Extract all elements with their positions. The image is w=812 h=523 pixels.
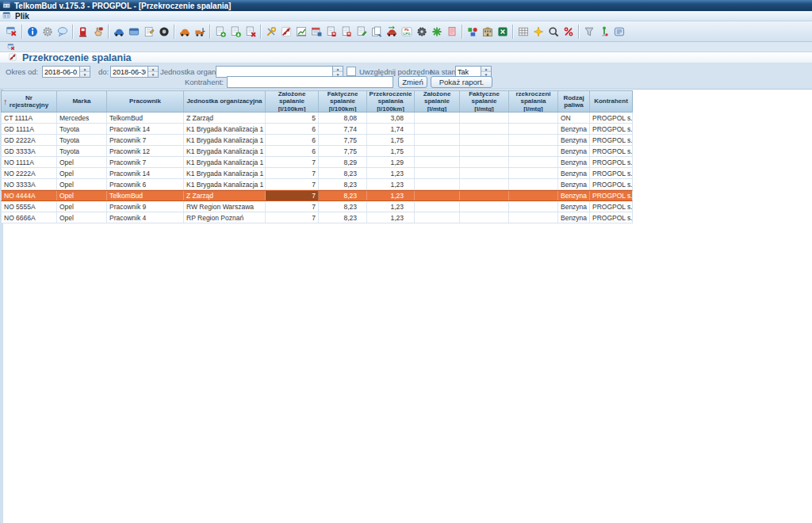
table-cell[interactable]: 1,75 [367,135,415,145]
column-header-7[interactable]: Przekroczenie spalania [l/100km] [367,91,415,112]
table-cell[interactable]: Benzyna [558,201,590,212]
blocks-icon[interactable] [465,23,480,40]
panel-icon[interactable] [126,23,141,40]
table-cell[interactable] [509,168,558,178]
table-cell[interactable]: Benzyna [558,124,590,134]
table-cell[interactable] [460,179,509,189]
table-cell[interactable]: Pracownik 14 [107,168,184,178]
table-cell[interactable] [415,212,460,223]
table-cell[interactable]: 8,23 [319,179,367,189]
table-cell[interactable]: RW Region Warszawa [184,201,266,212]
spinner-down-icon[interactable]: ▼ [148,72,158,77]
table-cell[interactable]: 3,08 [367,113,415,123]
table-cell[interactable]: Opel [57,157,107,167]
table-cell[interactable]: TelkomBud [107,113,184,123]
menu-item-plik[interactable]: Plik [15,12,29,21]
table-cell[interactable]: NO 1111A [2,157,57,167]
table-cell[interactable]: 1,23 [367,168,415,178]
grid-table-icon[interactable] [515,23,530,40]
chart-line-icon[interactable] [293,23,308,40]
gear-dark-icon[interactable] [414,23,429,40]
column-header-9[interactable]: Faktyczne spalanie [l/mtg] [460,91,509,112]
table-cell[interactable]: K1 Brygada Kanalizacja 1 [184,179,266,189]
percent-icon[interactable] [561,23,576,40]
table-cell[interactable]: 7,74 [319,124,367,134]
table-cell[interactable]: 1,23 [367,201,415,212]
info-icon[interactable] [25,23,40,40]
fuel-ban-icon[interactable] [278,23,293,40]
table-cell[interactable]: 1,74 [367,124,415,134]
table-cell[interactable]: Z Zarząd [184,113,266,123]
table-row[interactable]: NO 5555AOpelPracownik 9RW Region Warszaw… [1,201,633,212]
table-cell[interactable]: 8,23 [319,201,367,212]
table-cell[interactable] [509,113,558,123]
star-green-icon[interactable] [429,23,444,40]
table-cell[interactable]: NO 3333A [2,179,57,189]
table-cell[interactable]: Benzyna [558,179,590,189]
table-cell[interactable]: PROGPOL s.c [590,179,632,189]
table-cell[interactable]: 8,23 [319,212,367,223]
table-cell[interactable] [415,168,460,178]
column-header-10[interactable]: rzekroczeni spalania [l/mtg] [509,91,558,112]
tire-icon[interactable] [156,23,171,40]
table-cell[interactable] [460,168,509,178]
table-cell[interactable] [460,135,509,145]
table-cell[interactable]: 8,23 [319,168,367,178]
table-cell[interactable]: Benzyna [558,191,590,200]
table-row[interactable]: GD 1111AToyotaPracownik 14K1 Brygada Kan… [1,124,633,135]
table-cell[interactable]: Benzyna [558,157,590,167]
table-cell[interactable]: GD 1111A [2,124,57,134]
document-edit-icon[interactable] [354,23,369,40]
table-cell[interactable] [460,146,509,156]
table-cell[interactable]: 7 [266,179,319,189]
table-cell[interactable]: PROGPOL s.c [590,168,632,178]
table-cell[interactable]: CT 1111A [2,113,57,123]
table-cell[interactable]: 8,08 [319,113,367,123]
column-header-12[interactable]: Kontrahent [590,91,632,112]
table-cell[interactable] [509,212,558,223]
sparkle-icon[interactable] [530,23,546,40]
table-cell[interactable] [415,146,460,156]
spinner-down-icon[interactable]: ▼ [80,72,90,77]
table-cell[interactable] [509,201,558,212]
table-cell[interactable]: PROGPOL s.c [590,113,632,123]
table-cell[interactable]: Opel [57,168,107,178]
table-cell[interactable]: GD 2222A [2,135,57,145]
close-window-icon[interactable] [4,23,19,40]
table-row[interactable]: GD 2222AToyotaPracownik 7K1 Brygada Kana… [1,135,633,146]
table-cell[interactable]: Toyota [57,135,107,145]
table-cell[interactable]: Toyota [57,146,107,156]
table-cell[interactable]: 7,75 [319,146,367,156]
table-cell[interactable] [509,124,558,134]
kontrahent-input[interactable] [227,76,393,88]
table-cell[interactable]: NO 2222A [2,168,57,178]
table-row-selected[interactable]: NO 4444AOpelTelkomBudZ Zarząd78,231,23Be… [1,190,633,201]
table-cell[interactable]: TelkomBud [107,191,184,200]
settings-gear-icon[interactable] [40,23,55,40]
table-cell[interactable]: Pracownik 4 [107,212,184,223]
hand-pointer-icon[interactable] [90,23,105,40]
table-cell[interactable]: NO 4444A [2,191,57,200]
table-cell[interactable] [460,124,509,134]
table-row[interactable]: NO 2222AOpelPracownik 14K1 Brygada Kanal… [1,168,633,179]
table-cell[interactable]: 1,29 [367,157,415,167]
table-cell[interactable] [460,201,509,212]
table-cell[interactable]: PROGPOL s.c [590,212,632,223]
table-cell[interactable]: PROGPOL s.c [590,135,632,145]
table-cell[interactable]: 5 [266,113,319,123]
table-cell[interactable]: Opel [57,201,107,212]
table-cell[interactable]: Opel [57,191,107,200]
table-row[interactable]: CT 1111AMercedesTelkomBudZ Zarząd58,083,… [1,113,633,124]
table-cell[interactable]: Pracownik 9 [107,201,184,212]
document-fuel2-icon[interactable] [339,23,354,40]
document-delete-icon[interactable] [243,23,258,40]
table-cell[interactable]: 6 [266,135,319,145]
table-cell[interactable]: PROGPOL s.c [590,146,632,156]
table-cell[interactable] [415,157,460,167]
document-add-icon[interactable] [213,23,228,40]
pokaz-raport-button[interactable]: Pokaż raport. [431,76,492,88]
table-row[interactable]: NO 3333AOpelPracownik 6K1 Brygada Kanali… [1,179,633,190]
table-cell[interactable]: Benzyna [558,168,590,178]
table-cell[interactable]: K1 Brygada Kanalizacja 1 [184,168,266,178]
table-cell[interactable]: PROGPOL s.c [590,201,632,212]
